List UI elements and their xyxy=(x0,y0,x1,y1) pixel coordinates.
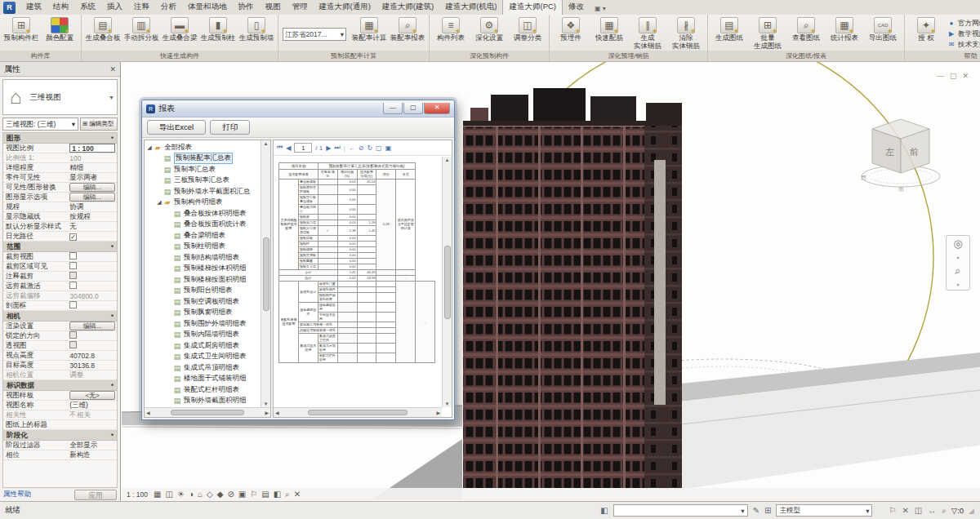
chevron-down-icon[interactable]: ▾ xyxy=(956,255,959,260)
tree-item-预制外墙截面积明细[interactable]: ▤预制外墙截面积明细 xyxy=(146,396,260,407)
tree-item-叠合梁明细表[interactable]: ▤叠合梁明细表 xyxy=(146,230,260,242)
property-value[interactable]: 编辑... xyxy=(68,193,117,202)
crop-view-icon[interactable]: ◇ xyxy=(207,489,213,500)
section-header-图形[interactable]: 图形• xyxy=(3,133,117,144)
property-value[interactable]: 新构造 xyxy=(68,450,117,460)
preview-vertical-scrollbar[interactable]: ▲▼ xyxy=(442,157,452,407)
property-value[interactable] xyxy=(68,272,117,281)
properties-help-link[interactable]: 属性帮助 xyxy=(3,490,31,499)
canvas[interactable]: — ▢ ✕ 左 前 西 南 ◎ ▾ xyxy=(121,62,980,501)
design-options-icon[interactable]: ⊞ xyxy=(764,506,771,515)
property-edit-button[interactable]: 编辑... xyxy=(69,193,115,202)
button-颜色配置[interactable]: ✚颜色配置 xyxy=(41,16,78,42)
rendering-icon[interactable]: ⌂ xyxy=(198,489,203,500)
property-value[interactable] xyxy=(68,331,117,340)
button-快速配筋[interactable]: ▦✚快速配筋 xyxy=(590,16,628,42)
tree-item-预制装配率汇总表[interactable]: ▤预制装配率汇总表 xyxy=(146,153,260,165)
property-value[interactable]: 全部显示 xyxy=(68,441,117,450)
button-装配率计算[interactable]: ▦✚装配率计算 xyxy=(350,16,388,42)
tree-horizontal-scrollbar[interactable]: ◀▶ xyxy=(145,407,270,417)
exclude-options-icon[interactable]: ⚐ xyxy=(889,506,896,515)
constraints-icon[interactable]: ✕ xyxy=(294,489,301,500)
app-logo-icon[interactable]: R xyxy=(3,2,16,14)
tab-结构[interactable]: 结构 xyxy=(47,0,74,15)
first-page-icon[interactable]: ⏮ xyxy=(277,144,283,152)
property-value[interactable]: ✓ xyxy=(68,233,117,241)
tab-管理[interactable]: 管理 xyxy=(287,0,314,15)
property-value[interactable]: 1 : 100 xyxy=(68,144,117,153)
next-page-icon[interactable]: ▶ xyxy=(326,144,331,152)
button-生成预制柱[interactable]: ▮✚生成预制柱 xyxy=(199,16,237,42)
tree-item-预制构件明细表[interactable]: ◢▰预制构件明细表 xyxy=(146,197,260,209)
property-value[interactable]: 协调 xyxy=(68,202,117,212)
tab-视图[interactable]: 视图 xyxy=(260,0,287,15)
property-value[interactable]: 显示两者 xyxy=(68,173,117,183)
reveal-hidden-icon[interactable]: ⚐ xyxy=(250,489,257,500)
link-技术支持[interactable]: ✉技术支持 xyxy=(947,40,980,50)
section-header-相机[interactable]: 相机• xyxy=(3,311,117,322)
tab-修改[interactable]: 修改 xyxy=(563,0,590,15)
property-value[interactable]: 编辑... xyxy=(68,322,117,330)
filter-count[interactable]: ▽:0 xyxy=(951,506,964,515)
tree-item-预制阳台明细表[interactable]: ▤预制阳台明细表 xyxy=(146,286,260,297)
type-selector[interactable]: ⌂ 三维视图 ▼ xyxy=(2,79,118,115)
section-header-标识数据[interactable]: 标识数据• xyxy=(3,380,117,391)
button-生成叠合梁[interactable]: ▬✚生成叠合梁 xyxy=(161,16,198,42)
maximize-button[interactable]: ▢ xyxy=(403,103,423,114)
tab-建筑[interactable]: 建筑 xyxy=(20,0,47,15)
tab-panel-toggle-icon[interactable]: ▣ ▾ xyxy=(590,3,611,15)
show-crop-icon[interactable]: ◆ xyxy=(217,489,224,500)
tree-item-集成式卫生间明细表[interactable]: ▤集成式卫生间明细表 xyxy=(146,352,260,363)
property-value[interactable]: 按规程 xyxy=(68,212,117,222)
view-minimize-icon[interactable]: — xyxy=(937,72,944,80)
tab-注释[interactable]: 注释 xyxy=(128,0,155,15)
minimize-button[interactable]: — xyxy=(383,103,403,114)
single-page-layout-icon[interactable]: ▢ xyxy=(376,144,382,152)
tab-分析[interactable]: 分析 xyxy=(155,0,182,15)
button-深化设置[interactable]: ⚙✚深化设置 xyxy=(470,16,508,42)
tree-item-全部报表[interactable]: ◢▰全部报表 xyxy=(146,142,260,153)
tree-item-预制空调板明细表[interactable]: ▤预制空调板明细表 xyxy=(146,296,260,308)
tab-体量和场地[interactable]: 体量和场地 xyxy=(182,0,233,15)
property-value[interactable]: <无> xyxy=(68,391,117,400)
tree-item-叠合板按面积统计表[interactable]: ▤叠合板按面积统计表 xyxy=(146,220,260,231)
checkbox[interactable] xyxy=(69,252,77,260)
property-value[interactable]: 精细 xyxy=(68,163,117,173)
property-input[interactable]: 1 : 100 xyxy=(69,144,115,153)
editing-requests-icon[interactable]: ✎ xyxy=(753,506,760,515)
apply-button[interactable]: 应用 xyxy=(74,490,117,500)
press-drag-icon[interactable]: ✕ xyxy=(902,506,908,515)
tab-建造大师(通用)[interactable]: 建造大师(通用) xyxy=(314,0,376,15)
button-调整分类[interactable]: ◫✚调整分类 xyxy=(509,16,546,42)
checkbox[interactable] xyxy=(69,282,77,289)
design-option-select[interactable]: 主模型▾ xyxy=(776,504,872,517)
temporary-hide-icon[interactable]: ▣ xyxy=(238,489,246,500)
select-pinned-icon[interactable]: ⌕ xyxy=(942,506,947,516)
tree-item-预制飘窗明细表[interactable]: ▤预制飘窗明细表 xyxy=(146,308,260,319)
edit-type-button[interactable]: ⊞ 编辑类型 xyxy=(80,118,118,131)
zoom-icon[interactable]: ⌕ xyxy=(955,265,960,277)
worksharing-display-icon[interactable]: ▤ xyxy=(261,489,269,500)
select-links-icon[interactable]: ↔ xyxy=(928,506,936,515)
chevron-down-icon[interactable]: ▾ xyxy=(956,282,959,287)
tree-item-预制率汇总表[interactable]: ▤预制率汇总表 xyxy=(146,164,260,175)
button-构件列表[interactable]: ≡✚构件列表 xyxy=(432,16,470,42)
tree-item-装配式栏杆明细表[interactable]: ▤装配式栏杆明细表 xyxy=(146,384,260,396)
property-value[interactable]: (三维) xyxy=(68,401,117,410)
expander-icon[interactable]: ◢ xyxy=(156,199,163,206)
tree-item-预制外墙水平截面积汇总[interactable]: ▤预制外墙水平截面积汇总 xyxy=(146,186,260,197)
background-process-icon[interactable]: ◫ xyxy=(915,506,922,515)
worksets-icon[interactable]: ◧ xyxy=(600,506,608,515)
button-手动拆分板[interactable]: ▥✚手动拆分板 xyxy=(122,16,160,42)
link-官方网站[interactable]: ●官方网站 xyxy=(947,19,980,29)
button-生成图纸[interactable]: ▤✚生成图纸 xyxy=(710,16,748,42)
tab-协作[interactable]: 协作 xyxy=(233,0,260,15)
property-value[interactable] xyxy=(68,282,117,291)
button-批量生成图纸[interactable]: ⊞✚批量 生成图纸 xyxy=(749,16,786,51)
building-model[interactable] xyxy=(463,88,682,488)
detail-level-icon[interactable]: ▦ xyxy=(154,489,161,500)
back-icon[interactable]: ← xyxy=(349,144,355,152)
property-value[interactable]: 编辑... xyxy=(68,183,117,192)
visual-style-icon[interactable]: ◫ xyxy=(165,489,172,500)
button-生成预制墙[interactable]: ▯✚生成预制墙 xyxy=(238,16,275,42)
